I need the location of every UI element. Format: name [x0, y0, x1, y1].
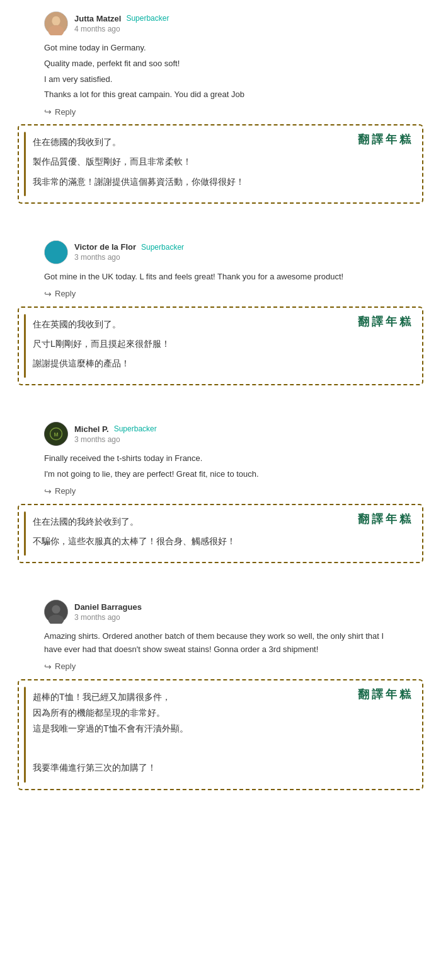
author-name-victor: Victor de la Flor	[74, 242, 136, 252]
comment-text-daniel: Amazing shirts. Ordered another batch of…	[44, 630, 397, 656]
comment-header-victor: Victor de la Flor Superbacker 3 months a…	[44, 240, 397, 264]
reply-arrow-icon-michel: ↪	[44, 486, 52, 496]
comment-michel: M Michel P. Superbacker 3 months ago Fin…	[0, 411, 441, 505]
avatar-michel: M	[44, 422, 68, 446]
translation-box-jutta: 翻譯年糕 住在德國的我收到了。 製作品質優、版型剛好，而且非常柔軟！ 我非常的滿…	[19, 125, 422, 202]
reply-button-jutta[interactable]: ↪ Reply	[44, 107, 76, 117]
translation-text-daniel: 超棒的T恤！我已經又加購很多件，因為所有的機能都呈現的非常好。這是我唯一穿過的T…	[33, 689, 412, 776]
svg-point-8	[52, 605, 60, 614]
author-line-jutta: Jutta Matzel Superbacker	[74, 14, 169, 23]
comment-meta-victor: Victor de la Flor Superbacker 3 months a…	[74, 242, 184, 262]
svg-point-3	[45, 241, 67, 264]
avatar-victor	[44, 240, 68, 264]
comment-text-jutta: Got mine today in Germany. Quality made,…	[44, 42, 397, 102]
superbacker-badge-victor: Superbacker	[141, 243, 184, 252]
reply-arrow-icon-victor: ↪	[44, 289, 52, 299]
left-bar-michel	[24, 511, 26, 556]
author-line-daniel: Daniel Barragues	[74, 602, 147, 612]
comment-time-michel: 3 months ago	[74, 435, 157, 444]
avatar-jutta	[44, 11, 68, 35]
avatar-daniel	[44, 600, 68, 624]
comment-meta-daniel: Daniel Barragues 3 months ago	[74, 602, 147, 622]
superbacker-badge-jutta: Superbacker	[126, 14, 169, 23]
comment-jutta: Jutta Matzel Superbacker 4 months ago Go…	[0, 0, 441, 125]
author-line-victor: Victor de la Flor Superbacker	[74, 242, 184, 252]
author-name-daniel: Daniel Barragues	[74, 602, 142, 612]
comment-daniel: Daniel Barragues 3 months ago Amazing sh…	[0, 588, 441, 680]
trans-daniel-line3: 我要準備進行第三次的加購了！	[33, 760, 412, 776]
translation-label-michel: 翻譯年糕	[358, 511, 413, 527]
comment-time-victor: 3 months ago	[74, 253, 184, 262]
author-name-jutta: Jutta Matzel	[74, 14, 121, 23]
translation-box-daniel: 翻譯年糕 超棒的T恤！我已經又加購很多件，因為所有的機能都呈現的非常好。這是我唯…	[19, 680, 422, 789]
translation-label-victor: 翻譯年糕	[358, 314, 413, 329]
comment-text-michel: Finally received the t-shirts today in F…	[44, 452, 397, 481]
left-bar-jutta	[24, 132, 26, 196]
comment-header-jutta: Jutta Matzel Superbacker 4 months ago	[44, 11, 397, 35]
translation-box-michel: 翻譯年糕 住在法國的我終於收到了。 不騙你，這些衣服真的太棒了！很合身、觸感很好…	[19, 505, 422, 562]
left-bar-victor	[24, 314, 26, 378]
reply-button-michel[interactable]: ↪ Reply	[44, 486, 76, 496]
translation-box-victor: 翻譯年糕 住在英國的我收到了。 尺寸L剛剛好，而且摸起來很舒服！ 謝謝提供這麼棒…	[19, 308, 422, 385]
author-name-michel: Michel P.	[74, 424, 109, 434]
comment-text-victor: Got mine in the UK today. L fits and fee…	[44, 271, 397, 284]
reply-arrow-icon-daniel: ↪	[44, 662, 52, 672]
svg-text:M: M	[54, 431, 58, 438]
comment-meta-jutta: Jutta Matzel Superbacker 4 months ago	[74, 14, 169, 33]
comment-time-jutta: 4 months ago	[74, 25, 169, 33]
comment-meta-michel: Michel P. Superbacker 3 months ago	[74, 424, 157, 444]
reply-button-daniel[interactable]: ↪ Reply	[44, 662, 76, 672]
translation-text-jutta: 住在德國的我收到了。 製作品質優、版型剛好，而且非常柔軟！ 我非常的滿意！謝謝提…	[33, 134, 412, 190]
reply-button-victor[interactable]: ↪ Reply	[44, 289, 76, 299]
comment-victor: Victor de la Flor Superbacker 3 months a…	[0, 229, 441, 308]
translation-label-daniel: 翻譯年糕	[358, 687, 413, 702]
comment-time-daniel: 3 months ago	[74, 613, 147, 622]
superbacker-badge-michel: Superbacker	[114, 424, 157, 433]
trans-daniel-line1: 超棒的T恤！我已經又加購很多件，因為所有的機能都呈現的非常好。這是我唯一穿過的T…	[33, 689, 412, 737]
author-line-michel: Michel P. Superbacker	[74, 424, 157, 434]
translation-text-victor: 住在英國的我收到了。 尺寸L剛剛好，而且摸起來很舒服！ 謝謝提供這麼棒的產品！	[33, 317, 412, 372]
left-bar-daniel	[24, 687, 26, 783]
translation-text-michel: 住在法國的我終於收到了。 不騙你，這些衣服真的太棒了！很合身、觸感很好！	[33, 514, 412, 549]
translation-label-jutta: 翻譯年糕	[358, 132, 413, 147]
comment-header-daniel: Daniel Barragues 3 months ago	[44, 600, 397, 624]
trans-daniel-line2	[33, 740, 412, 756]
comment-header-michel: M Michel P. Superbacker 3 months ago	[44, 422, 397, 446]
reply-arrow-icon: ↪	[44, 107, 52, 117]
svg-point-1	[52, 16, 60, 26]
